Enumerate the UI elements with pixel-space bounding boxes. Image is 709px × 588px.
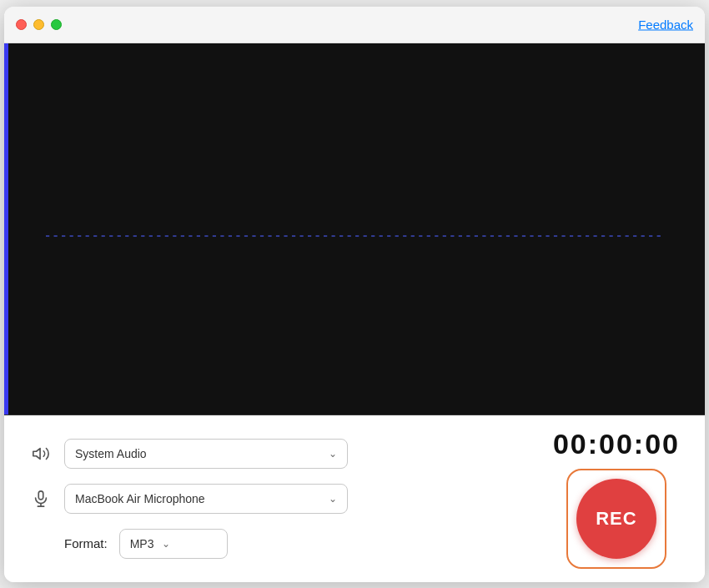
format-value: MP3 [130,537,154,550]
controls-left: System Audio ⌄ MacBook Air Microphone [29,439,528,559]
svg-rect-2 [38,490,43,499]
minimize-button[interactable] [33,19,44,30]
timer-display: 00:00:00 [553,428,680,460]
chevron-down-icon: ⌄ [329,493,337,505]
close-button[interactable] [16,19,27,30]
controls-panel: System Audio ⌄ MacBook Air Microphone [4,415,705,582]
format-dropdown[interactable]: MP3 ⌄ [119,529,228,559]
chevron-down-icon: ⌄ [329,448,337,460]
rec-label: REC [596,508,636,530]
microphone-dropdown[interactable]: MacBook Air Microphone ⌄ [64,484,348,514]
mic-icon [29,487,53,510]
traffic-lights [16,19,62,30]
system-audio-dropdown[interactable]: System Audio ⌄ [64,439,348,469]
format-row: Format: MP3 ⌄ [64,529,528,559]
audio-row: System Audio ⌄ [29,439,528,469]
app-window: Feedback Syst [4,7,705,582]
feedback-link[interactable]: Feedback [638,18,693,32]
mic-row: MacBook Air Microphone ⌄ [29,484,528,514]
controls-right: 00:00:00 REC [553,428,680,569]
visualizer-area [4,43,705,415]
maximize-button[interactable] [51,19,62,30]
speaker-icon [29,442,53,465]
rec-button[interactable]: REC [576,479,656,559]
chevron-down-icon: ⌄ [162,538,170,550]
titlebar: Feedback [4,7,705,43]
microphone-value: MacBook Air Microphone [75,492,322,505]
left-accent [4,43,8,415]
svg-marker-1 [33,448,40,459]
system-audio-value: System Audio [75,447,322,460]
format-label: Format: [64,536,108,550]
waveform-line [46,228,663,229]
rec-button-container[interactable]: REC [566,469,666,569]
